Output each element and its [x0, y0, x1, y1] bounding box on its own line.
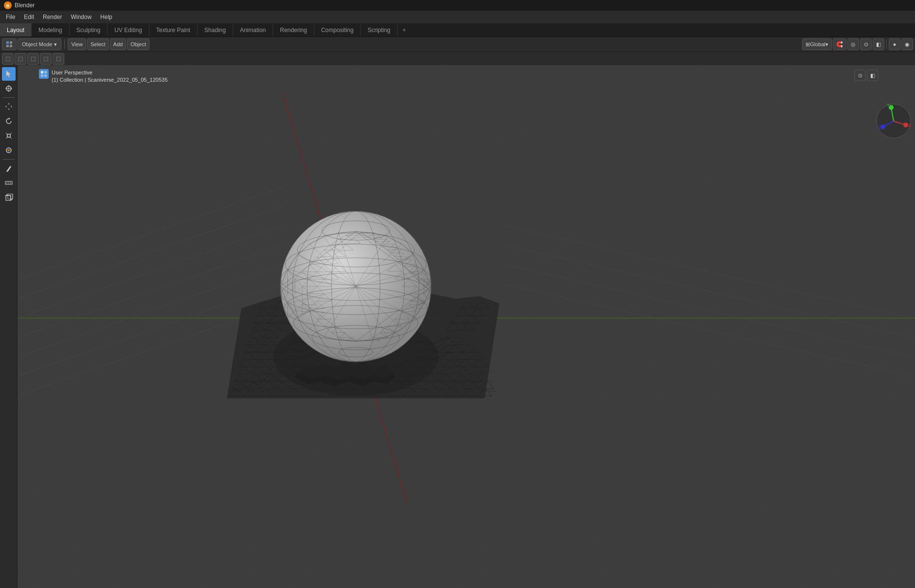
magnet-icon: 🧲: [836, 41, 843, 48]
scale-tool-btn[interactable]: [2, 129, 16, 143]
transform-label: ⊞: [805, 41, 810, 48]
svg-rect-9: [7, 134, 10, 137]
menu-bar: File Edit Render Window Help: [0, 11, 915, 23]
object-menu-btn[interactable]: Object: [127, 38, 149, 50]
viewport-collection-label: (1) Collection | Scaniverse_2022_05_05_1…: [52, 76, 167, 84]
proportional-btn[interactable]: ◎: [847, 38, 859, 50]
menu-file[interactable]: File: [2, 13, 19, 21]
svg-rect-5: [10, 45, 12, 47]
transform-orientation-btn[interactable]: ⊞ Global ▾: [802, 38, 832, 50]
render-icon: ◉: [905, 41, 910, 48]
title-bar: B Blender: [0, 0, 915, 11]
main-layout: X Y Z ⊙ ◧: [0, 65, 915, 588]
menu-render[interactable]: Render: [39, 13, 66, 21]
editor-type-button[interactable]: [2, 38, 17, 50]
svg-rect-108: [41, 74, 43, 77]
add-workspace-button[interactable]: +: [398, 23, 411, 36]
svg-text:◧: ◧: [870, 72, 875, 78]
3d-sphere: [280, 211, 431, 362]
svg-text:Z: Z: [878, 125, 881, 130]
mode-group: Object Mode ▾: [2, 38, 61, 50]
svg-text:Y: Y: [887, 103, 890, 107]
add-menu-btn[interactable]: Add: [110, 38, 127, 50]
snap-btn[interactable]: 🧲: [833, 38, 846, 50]
menu-help[interactable]: Help: [96, 13, 116, 21]
viewport-active-indicator: [39, 69, 49, 79]
mode-selector[interactable]: Object Mode ▾: [18, 38, 61, 50]
tab-rendering[interactable]: Rendering: [273, 23, 314, 36]
transform-orientation-label: Global: [810, 41, 825, 47]
tab-animation[interactable]: Animation: [233, 23, 273, 36]
svg-line-10: [6, 133, 7, 134]
addcube-tool-btn[interactable]: [2, 191, 16, 204]
solid-icon: ●: [893, 41, 897, 47]
tab-layout[interactable]: Layout: [0, 23, 32, 36]
solid-view-btn[interactable]: ●: [889, 38, 900, 50]
svg-rect-109: [44, 74, 47, 77]
transform-tool-btn[interactable]: [2, 143, 16, 157]
tab-uv-editing[interactable]: UV Editing: [108, 23, 149, 36]
tab-scripting[interactable]: Scripting: [361, 23, 398, 36]
transform-group: ⊞ Global ▾ 🧲 ◎ ⊙ ◧ ● ◉: [802, 38, 913, 50]
svg-line-11: [10, 133, 12, 134]
rotate-tool-btn[interactable]: [2, 114, 16, 128]
svg-rect-2: [6, 41, 9, 44]
select-menu-btn[interactable]: Select: [87, 38, 109, 50]
overlay-icon: ⊙: [864, 41, 868, 48]
menu-window[interactable]: Window: [67, 13, 95, 21]
left-tool-sep-2: [3, 159, 15, 160]
move-tool-btn[interactable]: [2, 100, 16, 113]
view-menu-btn[interactable]: View: [68, 38, 86, 50]
sec-btn-4[interactable]: ⬚: [40, 53, 52, 65]
measure-tool-btn[interactable]: [2, 176, 16, 190]
tab-modeling[interactable]: Modeling: [32, 23, 70, 36]
annotate-tool-btn[interactable]: [2, 161, 16, 175]
mode-label: Object Mode: [22, 41, 52, 47]
tab-sculpting[interactable]: Sculpting: [70, 23, 108, 36]
svg-rect-107: [44, 71, 47, 73]
menu-edit[interactable]: Edit: [20, 13, 38, 21]
svg-line-12: [6, 137, 7, 139]
separator-1: [64, 39, 65, 49]
tab-texture-paint[interactable]: Texture Paint: [149, 23, 198, 36]
cursor-tool-btn[interactable]: [2, 82, 16, 95]
sec-btn-1[interactable]: ⬚: [2, 53, 14, 65]
svg-rect-106: [41, 71, 43, 73]
viewport-scene: X Y Z ⊙ ◧: [18, 65, 915, 588]
svg-text:B: B: [6, 3, 10, 8]
svg-line-13: [10, 137, 12, 139]
sec-btn-3[interactable]: ⬚: [27, 53, 39, 65]
tab-shading[interactable]: Shading: [198, 23, 233, 36]
svg-rect-21: [6, 196, 11, 200]
render-view-btn[interactable]: ◉: [901, 38, 913, 50]
viewport[interactable]: X Y Z ⊙ ◧: [18, 65, 915, 588]
svg-rect-4: [6, 45, 9, 47]
header-toolbar: Object Mode ▾ View Select Add Object ⊞ G…: [0, 37, 915, 52]
workspace-tabs: Layout Modeling Sculpting UV Editing Tex…: [0, 23, 915, 37]
svg-point-94: [903, 123, 908, 127]
viewport-info-overlay: User Perspective (1) Collection | Scaniv…: [39, 69, 167, 84]
secondary-toolbar: ⬚ ⬚ ⬚ ⬚ ⬚: [0, 52, 915, 65]
svg-text:⊙: ⊙: [858, 72, 862, 78]
select-tool-btn[interactable]: [2, 67, 16, 81]
svg-point-100: [880, 125, 885, 129]
svg-rect-3: [10, 41, 12, 44]
separator-2: [886, 39, 887, 49]
xray-icon: ◧: [876, 41, 881, 48]
left-toolbar: [0, 65, 18, 588]
sec-btn-5[interactable]: ⬚: [53, 53, 64, 65]
mode-dropdown-icon: ▾: [54, 41, 57, 48]
svg-text:X: X: [908, 123, 911, 128]
proportional-icon: ◎: [851, 41, 856, 48]
tab-compositing[interactable]: Compositing: [314, 23, 361, 36]
viewport-type-label: User Perspective: [52, 69, 167, 76]
xray-btn[interactable]: ◧: [873, 38, 884, 50]
left-tool-sep-1: [3, 97, 15, 98]
overlay-btn[interactable]: ⊙: [860, 38, 872, 50]
app-title: Blender: [15, 2, 35, 9]
menu-group: View Select Add Object: [68, 38, 149, 50]
blender-logo-icon: B: [4, 1, 12, 9]
sec-btn-2[interactable]: ⬚: [15, 53, 26, 65]
